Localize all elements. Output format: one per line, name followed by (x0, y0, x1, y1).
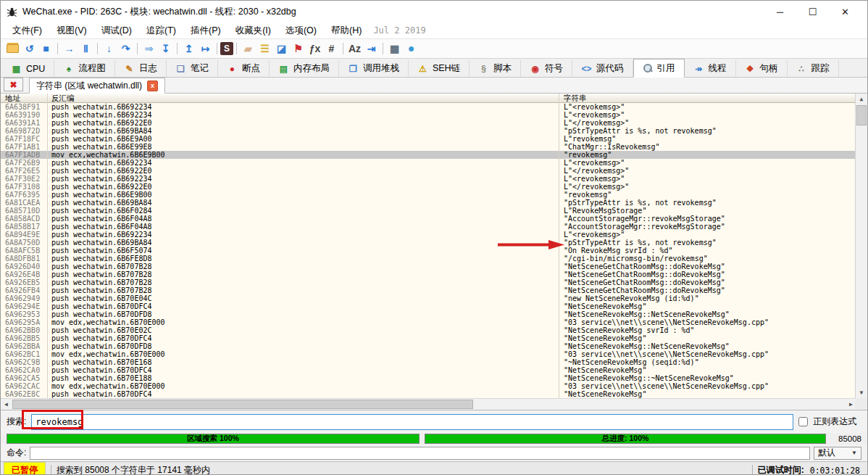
restart-icon[interactable]: ↺ (21, 41, 38, 56)
tab-handles[interactable]: ❖句柄 (736, 60, 788, 77)
menu-item-7[interactable]: 帮助(H) (324, 23, 369, 38)
table-row[interactable]: 6A8A750Dpush wechatwin.6B69BA84"pStrType… (1, 239, 856, 247)
horizontal-scrollbar[interactable]: ◀ ▶ (1, 398, 856, 410)
table-row[interactable]: 6A96295Amov edx,wechatwin.6B70E000"03_se… (1, 318, 856, 326)
menu-item-0[interactable]: 文件(F) (5, 23, 49, 38)
strings-result-tab[interactable]: 字符串 (区域 wechatwin.dll) x (29, 78, 165, 94)
table-row[interactable]: 6A85710Dpush wechatwin.6B6F0284L"RevokeM… (1, 207, 856, 215)
table-row[interactable]: 6A962BB0push wechatwin.6B70E02C"NetScene… (1, 326, 856, 334)
table-row[interactable]: 6A7F1AB1push wechatwin.6B6E99E8"ChatMgr:… (1, 143, 856, 151)
tab-threads[interactable]: ↠线程 (685, 60, 736, 77)
source-s-icon[interactable]: S (220, 42, 233, 55)
table-row[interactable]: 6A962C9Bpush wechatwin.6B70E168"~NetScen… (1, 358, 856, 366)
table-row[interactable]: 6A7F6395push wechatwin.6B6E9B00"revokems… (1, 191, 856, 199)
tab-references[interactable]: 引用 (633, 59, 685, 78)
tab-notes[interactable]: ❏笔记 (167, 60, 218, 77)
menu-item-4[interactable]: 插件(P) (183, 23, 228, 38)
tab-script[interactable]: §脚本 (470, 60, 521, 77)
table-row[interactable]: 6A7F26B9push wechatwin.6B692234L"<revoke… (1, 159, 856, 167)
vertical-scrollbar-thumb[interactable] (856, 105, 867, 125)
tab-graph[interactable]: ♠流程图 (54, 60, 115, 77)
menu-item-2[interactable]: 调试(D) (94, 23, 139, 38)
maximize-button[interactable]: ☐ (796, 2, 829, 21)
hash-icon[interactable]: # (323, 41, 340, 56)
comments-icon[interactable]: ☰ (256, 41, 273, 56)
tab-log[interactable]: ✎日志 (115, 60, 167, 77)
menu-item-3[interactable]: 追踪(T) (139, 23, 183, 38)
table-row[interactable]: 6A8AFC5Bpush wechatwin.6B6F5074"On Revok… (1, 247, 856, 255)
table-row[interactable]: 6A7F3108push wechatwin.6B6922E0L"</revok… (1, 183, 856, 191)
table-row[interactable]: 6A69872Dpush wechatwin.6B69BA84"pStrType… (1, 127, 856, 135)
horizontal-scrollbar-thumb[interactable] (12, 400, 473, 409)
vertical-scrollbar[interactable]: ▲ ▼ (855, 94, 867, 398)
menu-item-6[interactable]: 选项(O) (278, 23, 324, 38)
tab-seh-chain[interactable]: ⚠SEH链 (409, 60, 470, 77)
menu-item-5[interactable]: 收藏夹(I) (228, 23, 278, 38)
table-row[interactable]: 6A8DFB81push wechatwin.6B6FE8D8"/cgi-bin… (1, 255, 856, 263)
tab-breakpoint[interactable]: ●断点 (218, 60, 270, 77)
table-row[interactable]: 6A962CA5push wechatwin.6B70E188"NetScene… (1, 374, 856, 382)
table-row[interactable]: 6A962CACmov edx,wechatwin.6B70E000"03_se… (1, 382, 856, 390)
run-until-icon[interactable]: ⇒ (141, 41, 157, 56)
table-row[interactable]: 6A962BB5push wechatwin.6B70DFC4"NetScene… (1, 334, 856, 342)
table-row[interactable]: 6A6391A1push wechatwin.6B6922E0L"</revok… (1, 119, 856, 127)
tab-call-stack[interactable]: ❐调用堆栈 (339, 60, 409, 77)
table-row[interactable]: 6A962953push wechatwin.6B70DFD8"NetScene… (1, 310, 856, 318)
column-header-disassembly[interactable]: 反汇编 (47, 94, 559, 102)
run-to-user-icon[interactable]: ↦ (197, 41, 214, 56)
table-row[interactable]: 6A962BC1mov edx,wechatwin.6B70E000"03_se… (1, 350, 856, 358)
functions-icon[interactable]: ƒx (306, 41, 323, 56)
scroll-up-icon[interactable]: ▲ (856, 94, 867, 104)
table-row[interactable]: 6A962E8Cpush wechatwin.6B70DFC4"NetScene… (1, 390, 856, 398)
table-row[interactable]: 6A858B17push wechatwin.6B6F04A8"AccountS… (1, 223, 856, 231)
table-row-selected[interactable]: 6A7F1ADBmov ecx,wechatwin.6B6E9B00"revok… (1, 151, 856, 159)
menu-item-1[interactable]: 视图(V) (49, 23, 94, 38)
execute-till-return-icon[interactable]: ↧ (157, 41, 174, 56)
tab-source[interactable]: <>源代码 (572, 60, 633, 77)
step-out-icon[interactable]: ↥ (180, 41, 197, 56)
close-all-references-button[interactable]: ✖ (4, 78, 23, 91)
table-row[interactable]: 6A962CA0push wechatwin.6B70DFC4"NetScene… (1, 366, 856, 374)
attach-icon[interactable]: ⇥ (363, 41, 380, 56)
calculator-icon[interactable]: ▦ (386, 41, 403, 56)
command-profile-dropdown[interactable]: 默认 ▼ (814, 447, 861, 460)
step-into-icon[interactable]: ↓ (101, 41, 117, 56)
command-input[interactable] (30, 447, 810, 460)
table-row[interactable]: 6A638F91push wechatwin.6B692234L"<revoke… (1, 103, 856, 111)
labels-icon[interactable]: ◪ (273, 41, 290, 56)
internet-icon[interactable]: ● (403, 41, 420, 56)
tab-trace[interactable]: ∴跟踪 (788, 60, 839, 77)
scroll-down-icon[interactable]: ▼ (856, 387, 867, 398)
table-row[interactable]: 6A96294Epush wechatwin.6B70DFC4"NetScene… (1, 302, 856, 310)
stop-icon[interactable]: ■ (38, 41, 54, 56)
close-tab-icon[interactable]: x (147, 80, 158, 91)
strings-icon[interactable]: Az (346, 41, 363, 56)
regex-checkbox[interactable] (798, 417, 808, 426)
table-row[interactable]: 6A926E4Bpush wechatwin.6B707B28"NetScene… (1, 270, 856, 278)
minimize-button[interactable]: ─ (764, 2, 796, 21)
pause-icon[interactable]: Ⅱ (78, 41, 94, 56)
table-row[interactable]: 6A894E9Epush wechatwin.6B692234L"<revoke… (1, 231, 856, 239)
table-row[interactable]: 6A926FB4push wechatwin.6B707B28"NetScene… (1, 286, 856, 294)
close-button[interactable]: ✕ (829, 2, 861, 21)
column-header-address[interactable]: 地址 (1, 94, 47, 102)
bookmarks-icon[interactable]: ⚑ (290, 41, 306, 56)
tab-cpu[interactable]: ▦CPU (2, 60, 54, 77)
scroll-left-icon[interactable]: ◀ (1, 399, 12, 410)
table-row[interactable]: 6A639190push wechatwin.6B692234L"<revoke… (1, 111, 856, 119)
column-header-string[interactable]: 字符串 (559, 94, 856, 102)
table-row[interactable]: 6A858ACDpush wechatwin.6B6F04A8"AccountS… (1, 215, 856, 223)
table-row[interactable]: 6A962BBApush wechatwin.6B70DFD8"NetScene… (1, 342, 856, 350)
open-file-icon[interactable] (4, 41, 21, 56)
step-over-icon[interactable]: ↷ (117, 41, 134, 56)
table-row[interactable]: 6A81CAEApush wechatwin.6B69BA84"pStrType… (1, 199, 856, 207)
table-row[interactable]: 6A7F18FCpush wechatwin.6B6E9A00L"revokem… (1, 135, 856, 143)
table-row[interactable]: 6A926EB5push wechatwin.6B707B28"NetScene… (1, 278, 856, 286)
search-input[interactable] (31, 414, 793, 430)
table-row[interactable]: 6A926D40push wechatwin.6B707B28"NetScene… (1, 263, 856, 270)
patch-icon[interactable]: ▰ (240, 41, 256, 56)
tab-symbols[interactable]: ◉符号 (521, 60, 572, 77)
table-row[interactable]: 6A7F26E5push wechatwin.6B6922E0L"</revok… (1, 167, 856, 175)
tab-memory-map[interactable]: ▤内存布局 (270, 60, 339, 77)
run-icon[interactable]: → (61, 41, 78, 56)
